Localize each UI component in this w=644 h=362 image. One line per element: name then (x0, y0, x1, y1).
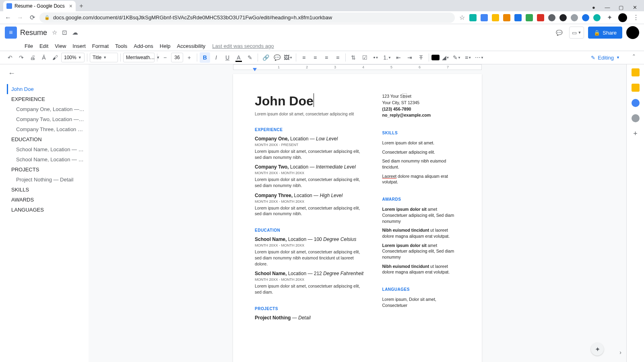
extensions-puzzle-icon[interactable]: ✦ (605, 13, 614, 23)
line-spacing-icon[interactable]: ⇅ (348, 52, 359, 63)
add-addon-icon[interactable]: + (633, 130, 638, 138)
image-icon[interactable]: 🖼▼ (283, 52, 293, 63)
close-tab-icon[interactable]: × (69, 3, 72, 9)
menu-help[interactable]: Help (157, 42, 173, 50)
menu-view[interactable]: View (52, 42, 69, 50)
job-dates[interactable]: MONTH 20XX - MONTH 20XX (255, 171, 368, 175)
job-desc[interactable]: Lorem ipsum dolor sit amet, consectetuer… (255, 205, 368, 217)
text-color-icon[interactable]: A (233, 52, 244, 63)
outline-heading[interactable]: EDUCATION (8, 134, 85, 144)
document-title[interactable]: Resume (20, 29, 47, 37)
job-dates[interactable]: MONTH 20XX - PRESENT (255, 143, 368, 147)
profile-avatar[interactable] (618, 13, 627, 22)
star-icon[interactable]: ☆ (457, 13, 467, 23)
link-icon[interactable]: 🔗 (260, 52, 271, 63)
ext-icon-7[interactable] (537, 14, 544, 21)
outdent-icon[interactable]: ⇤ (393, 52, 404, 63)
indent-icon[interactable]: ⇥ (405, 52, 415, 63)
ext-icon-10[interactable] (571, 14, 578, 21)
edu-dates[interactable]: MONTH 20XX - MONTH 20XX (255, 278, 368, 282)
tasks-icon[interactable] (632, 99, 640, 107)
minimize-icon[interactable]: — (601, 3, 613, 11)
highlight-icon[interactable]: ✎ (245, 52, 255, 63)
comments-button[interactable]: 💬 (553, 27, 565, 39)
job-title[interactable]: Company Three, Location — High Level (255, 193, 368, 198)
bold-icon[interactable]: B (200, 52, 210, 63)
outline-title[interactable]: John Doe (7, 84, 85, 94)
style-select[interactable]: Title▼ (90, 53, 118, 62)
spellcheck-icon[interactable]: Ä (39, 52, 49, 63)
award-item[interactable]: Nibh euismod tincidunt ut laoreet dolore… (382, 227, 460, 239)
skill-item[interactable]: Lorem ipsum dolor sit amet. (382, 140, 460, 146)
maximize-icon[interactable]: ▢ (615, 3, 627, 11)
reload-icon[interactable]: ⟳ (27, 13, 37, 23)
decrease-font-icon[interactable]: − (160, 52, 170, 63)
back-icon[interactable]: ← (3, 13, 13, 23)
outline-heading[interactable]: PROJECTS (8, 165, 85, 175)
collapse-toolbar-icon[interactable]: ˆ (629, 52, 639, 63)
menu-file[interactable]: File (22, 42, 36, 50)
new-tab-button[interactable]: + (76, 1, 87, 11)
undo-icon[interactable]: ↶ (5, 52, 15, 63)
bullet-list-icon[interactable]: •▼ (371, 52, 381, 63)
browser-tab[interactable]: Resume - Google Docs × (3, 1, 76, 11)
contact-block[interactable]: 123 Your Street Your City, ST 12345 (123… (382, 93, 460, 119)
page[interactable]: ⋮ John Doe Lorem ipsum dolor sit amet, c… (233, 74, 482, 362)
paint-format-icon[interactable]: 🖌 (50, 52, 60, 63)
job-desc[interactable]: Lorem ipsum dolor sit amet, consectetuer… (255, 177, 368, 188)
outline-subitem[interactable]: Company Two, Location — Inter… (8, 114, 85, 124)
fill-color-icon[interactable]: ◢▼ (440, 52, 451, 63)
menu-insert[interactable]: Insert (70, 42, 89, 50)
outline-subitem[interactable]: Company One, Location — Low … (8, 104, 85, 114)
explore-button[interactable]: ✦ (591, 343, 604, 356)
ext-icon-3[interactable] (492, 14, 499, 21)
section-projects[interactable]: PROJECTS (255, 306, 368, 311)
menu-format[interactable]: Format (89, 42, 111, 50)
side-panel-collapse-icon[interactable]: › (619, 349, 621, 356)
section-languages[interactable]: LANGUAGES (382, 286, 460, 292)
checklist-icon[interactable]: ☑ (359, 52, 370, 63)
contacts-icon[interactable] (632, 114, 640, 122)
border-style-icon[interactable]: ⋯▼ (474, 52, 485, 63)
job-title[interactable]: Company One, Location — Low Level (255, 136, 368, 142)
print-icon[interactable]: 🖨 (27, 52, 38, 63)
move-doc-icon[interactable]: ⊡ (62, 29, 67, 36)
cell-color-icon[interactable] (431, 55, 440, 60)
present-button[interactable]: ▭▼ (569, 27, 584, 39)
ext-icon-12[interactable] (593, 14, 601, 21)
star-doc-icon[interactable]: ☆ (52, 29, 57, 36)
menu-accessibility[interactable]: Accessibility (174, 42, 208, 50)
outline-back-icon[interactable]: ← (8, 69, 85, 78)
increase-font-icon[interactable]: + (184, 52, 194, 63)
keep-icon[interactable] (632, 84, 640, 92)
languages-text[interactable]: Lorem ipsum, Dolor sit amet, Consectetue… (382, 296, 460, 308)
award-item[interactable]: Lorem ipsum dolor sit amet Consectetuer … (382, 206, 460, 224)
clear-format-icon[interactable]: T (416, 52, 426, 63)
align-justify-icon[interactable]: ≡ (332, 52, 343, 63)
outline-subitem[interactable]: Project Nothing — Detail (8, 175, 85, 185)
document-canvas[interactable]: 1234567 ⋮ John Doe Lorem ipsum dolor sit… (89, 64, 626, 362)
ext-icon-6[interactable] (526, 14, 533, 21)
skill-item[interactable]: Laoreet dolore magna aliquam erat volutp… (382, 173, 460, 185)
align-center-icon[interactable]: ≡ (310, 52, 320, 63)
account-dot-icon[interactable]: ● (588, 3, 600, 11)
outline-heading[interactable]: EXPERIENCE (8, 94, 85, 104)
border-color-icon[interactable]: ✎▼ (452, 52, 462, 63)
menu-edit[interactable]: Edit (37, 42, 51, 50)
outline-subitem[interactable]: School Name, Location — 100 D… (8, 144, 85, 154)
job-desc[interactable]: Lorem ipsum dolor sit amet, consectetuer… (255, 148, 368, 160)
docs-logo-icon[interactable]: ≡ (5, 27, 17, 39)
indent-marker[interactable] (253, 68, 257, 71)
award-item[interactable]: Lorem ipsum dolor sit amet Consectetuer … (382, 243, 460, 260)
skill-item[interactable]: Sed diam nonummy nibh euismod tincidunt. (382, 158, 460, 170)
award-item[interactable]: Nibh euismod tincidunt ut laoreet dolore… (382, 263, 460, 275)
number-list-icon[interactable]: 1.▼ (382, 52, 392, 63)
ext-icon-4[interactable] (503, 14, 510, 21)
align-right-icon[interactable]: ≡ (321, 52, 332, 63)
close-window-icon[interactable]: ✕ (629, 3, 641, 11)
section-awards[interactable]: AWARDS (382, 196, 460, 202)
edu-dates[interactable]: MONTH 20XX - MONTH 20XX (255, 243, 368, 247)
font-select[interactable]: Merriweath…▼ (123, 53, 155, 62)
section-education[interactable]: EDUCATION (255, 228, 368, 232)
calendar-icon[interactable] (632, 68, 640, 76)
